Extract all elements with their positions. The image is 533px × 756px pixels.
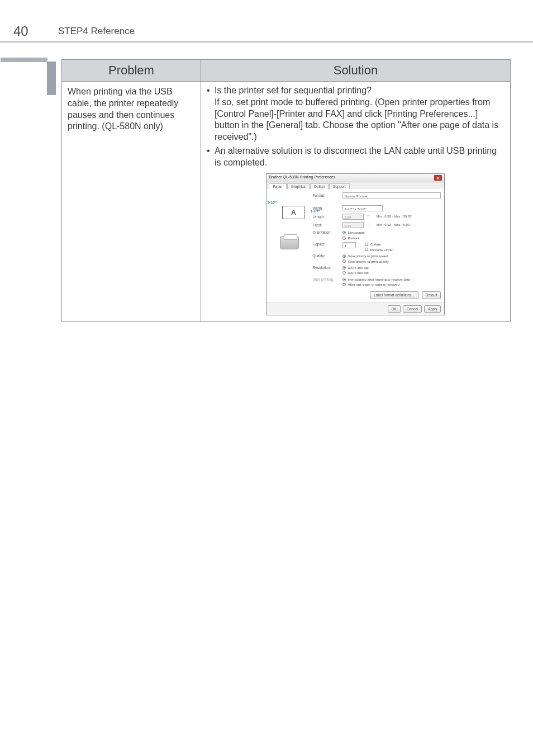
radio-after-one-page[interactable]: After one page of data is received — [342, 282, 410, 286]
default-button[interactable]: Default — [422, 291, 441, 299]
apply-button[interactable]: Apply — [424, 305, 441, 313]
close-icon[interactable]: ✕ — [434, 175, 442, 181]
column-header-problem: Problem — [62, 60, 201, 82]
dialog-title: Brother QL-580N Printing Preferences — [269, 175, 335, 179]
label-resolution: Resolution: — [312, 266, 339, 270]
length-range: Min : 0.59 - Max : 39.37 — [377, 215, 412, 219]
feed-input[interactable]: 0.12 — [342, 222, 364, 228]
check-reverse[interactable]: Reverse Order — [365, 248, 393, 252]
copies-input[interactable]: 1 — [342, 242, 356, 248]
ok-button[interactable]: OK — [388, 305, 401, 313]
length-input[interactable]: 3.54 — [342, 214, 364, 220]
solution-bullet-1-title: Is the printer set for sequential printi… — [215, 86, 372, 95]
page-title: STEP4 Reference — [47, 26, 135, 37]
tab-option[interactable]: Option — [310, 183, 329, 190]
label-feed: Feed: — [312, 223, 339, 228]
width-select[interactable]: 1-1/7" x 3-1/2" — [342, 205, 383, 211]
radio-landscape[interactable]: Landscape — [342, 230, 364, 234]
printer-icon — [280, 236, 299, 249]
problem-text: When printing via the USB cable, the pri… — [68, 87, 178, 131]
preview-dim-length: 1-1/7" — [311, 210, 320, 214]
cancel-button[interactable]: Cancel — [403, 305, 422, 313]
label-format: Format: — [312, 193, 339, 198]
check-collate[interactable]: Collate — [365, 242, 393, 246]
label-preview: 3-1/2" A 1-1/7" — [282, 206, 304, 219]
problem-solution-table: Problem Solution When printing via the U… — [61, 59, 511, 322]
label-orientation: Orientation: — [312, 230, 339, 235]
side-tab — [47, 62, 56, 95]
feed-range: Min : 0.12 - Max : 5.00 — [377, 223, 410, 227]
label-quality: Quality: — [312, 254, 339, 258]
label-start-printing: Start printing: — [312, 277, 339, 282]
problem-cell: When printing via the USB cable, the pri… — [62, 82, 201, 322]
tab-graphics[interactable]: Graphics — [287, 183, 310, 190]
dialog-tabs: Paper Graphics Option Support — [266, 182, 444, 190]
label-copies: Copies: — [312, 242, 339, 247]
radio-quality[interactable]: Give priority to print quality — [342, 259, 388, 263]
radio-portrait[interactable]: Portrait — [342, 236, 364, 240]
format-select[interactable]: Normal Format — [342, 192, 441, 199]
page-number: 40 — [13, 23, 47, 39]
solution-bullet-1-text: If so, set print mode to buffered printi… — [215, 97, 505, 143]
radio-speed[interactable]: Give priority to print speed — [342, 254, 388, 258]
label-format-definitions-button[interactable]: Label format definitions... — [370, 291, 418, 299]
radio-300x300[interactable]: 300 x 300 dpi — [342, 266, 368, 270]
feed-unit: " — [367, 223, 368, 227]
solution-cell: Is the printer set for sequential printi… — [201, 82, 510, 322]
tab-support[interactable]: Support — [329, 183, 350, 190]
radio-immediately[interactable]: Immediately after starting to receive da… — [342, 277, 410, 281]
preview-letter: A — [291, 209, 296, 216]
printing-preferences-dialog: Brother QL-580N Printing Preferences ✕ P… — [266, 173, 445, 316]
tab-paper[interactable]: Paper — [269, 183, 286, 190]
length-unit: " — [367, 215, 368, 219]
label-length: Length: — [312, 215, 339, 219]
preview-dim-width: 3-1/2" — [267, 201, 277, 205]
column-header-solution: Solution — [201, 60, 510, 82]
radio-300x600[interactable]: 300 x 600 dpi — [342, 271, 368, 275]
solution-bullet-2-text: An alternative solution is to disconnect… — [215, 146, 497, 167]
